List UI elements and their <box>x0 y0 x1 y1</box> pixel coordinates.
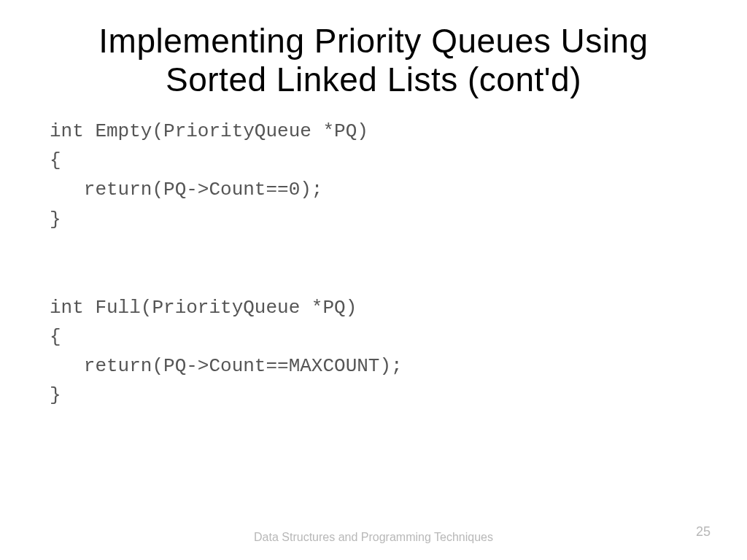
page-number: 25 <box>696 524 711 540</box>
slide-content: int Empty(PriorityQueue *PQ) { return(PQ… <box>44 117 703 560</box>
footer-text: Data Structures and Programming Techniqu… <box>254 530 493 545</box>
slide-title: Implementing Priority Queues Using Sorte… <box>44 22 703 99</box>
code-snippet: int Empty(PriorityQueue *PQ) { return(PQ… <box>50 117 703 411</box>
slide-container: Implementing Priority Queues Using Sorte… <box>0 0 747 560</box>
slide-footer: Data Structures and Programming Techniqu… <box>0 530 747 545</box>
